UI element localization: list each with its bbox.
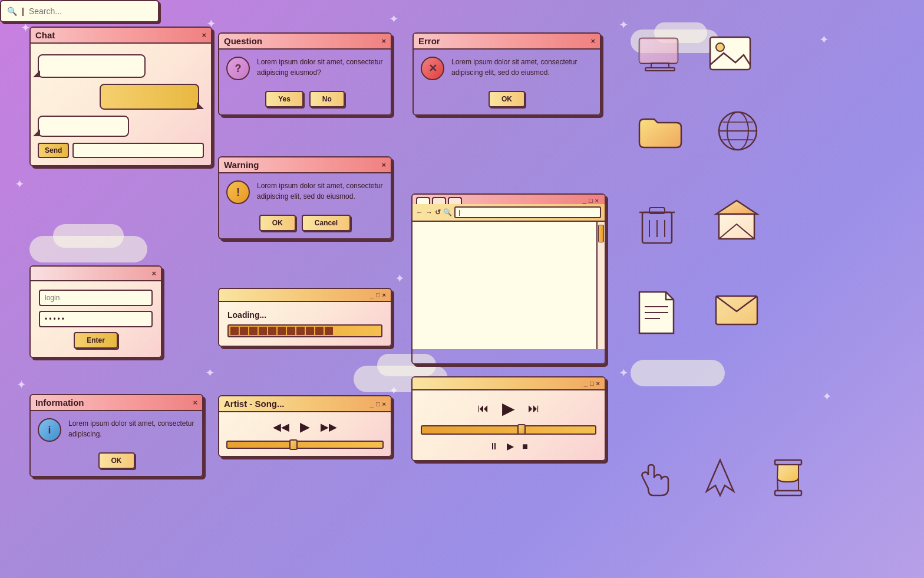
- stop-button[interactable]: ■: [522, 441, 528, 452]
- svg-point-5: [716, 43, 724, 51]
- info-body: i Lorem ipsum dolor sit amet, consectetu…: [31, 411, 202, 449]
- password-input[interactable]: [39, 311, 153, 327]
- music-small-controls: _ □ ×: [370, 400, 386, 408]
- pause-button[interactable]: ⏸: [489, 441, 499, 452]
- play-button-large-2[interactable]: ▶: [507, 441, 514, 452]
- info-close-btn[interactable]: ×: [193, 398, 197, 407]
- warning-close-btn[interactable]: ×: [381, 160, 386, 169]
- music-large-body: ⏮ ▶ ⏭ ⏸ ▶ ■: [412, 390, 605, 460]
- svg-rect-1: [639, 38, 678, 63]
- cloud-2: [53, 224, 124, 248]
- loading-controls: _ □ ×: [370, 291, 386, 298]
- loading-close-btn[interactable]: ×: [382, 291, 386, 298]
- trash-icon[interactable]: [636, 201, 678, 248]
- scroll-thumb[interactable]: [598, 225, 604, 242]
- hourglass-icon-container: [772, 457, 804, 501]
- browser-tab-3[interactable]: [448, 197, 462, 204]
- no-button[interactable]: No: [309, 91, 345, 107]
- prev-button[interactable]: ⏮: [477, 402, 489, 415]
- warning-buttons: OK Cancel: [219, 211, 391, 238]
- loading-titlebar: _ □ ×: [219, 289, 391, 302]
- sparkle-9: ✦: [619, 366, 629, 380]
- next-button[interactable]: ⏭: [528, 402, 540, 415]
- play-button-small[interactable]: ▶: [300, 419, 310, 435]
- music-large-controls: _ □ ×: [584, 380, 600, 387]
- question-buttons: Yes No: [219, 87, 391, 114]
- computer-icon[interactable]: [636, 35, 684, 77]
- hand-cursor-icon-container: [636, 459, 675, 503]
- svg-marker-17: [716, 201, 757, 214]
- browser-scrollbar[interactable]: [596, 222, 605, 349]
- login-input[interactable]: [39, 290, 153, 306]
- search-bar: 🔍 |: [0, 0, 159, 22]
- music-small-thumb[interactable]: [289, 439, 298, 450]
- arrow-cursor-icon-container: [704, 457, 737, 501]
- search-icon-browser: 🔍: [443, 208, 452, 216]
- music-small-slider[interactable]: [226, 441, 384, 449]
- question-title: Question: [224, 36, 262, 46]
- globe-icon[interactable]: [716, 109, 760, 153]
- play-button-large[interactable]: ▶: [502, 399, 515, 418]
- svg-rect-4: [710, 37, 750, 70]
- music-small-close[interactable]: ×: [382, 400, 386, 408]
- open-mail-icon[interactable]: [713, 198, 760, 242]
- forward-button[interactable]: →: [425, 208, 433, 216]
- question-window: Question × ? Lorem ipsum dolor sit amet,…: [218, 32, 392, 116]
- music-small-player-controls: ◀◀ ▶ ▶▶: [226, 419, 384, 435]
- music-large-close[interactable]: ×: [596, 380, 600, 387]
- loading-min-btn[interactable]: _: [370, 291, 374, 298]
- browser-close-btn[interactable]: ×: [595, 197, 599, 204]
- chat-close-btn[interactable]: ×: [202, 31, 206, 40]
- info-icon: i: [38, 418, 61, 442]
- info-title: Information: [35, 398, 84, 408]
- music-large-min[interactable]: _: [584, 380, 588, 387]
- sparkle-11: ✦: [822, 389, 832, 403]
- question-body: ? Lorem ipsum dolor sit amet, consectetu…: [219, 50, 391, 87]
- chat-bubble-3: [38, 116, 129, 137]
- send-button[interactable]: Send: [38, 143, 69, 158]
- sparkle-7: ✦: [395, 271, 405, 285]
- document-icon[interactable]: [636, 289, 676, 336]
- warning-cancel-button[interactable]: Cancel: [302, 215, 351, 231]
- yes-button[interactable]: Yes: [265, 91, 303, 107]
- info-window: Information × i Lorem ipsum dolor sit am…: [29, 394, 203, 477]
- login-close-btn[interactable]: ×: [151, 269, 156, 278]
- sparkle-5: ✦: [819, 32, 829, 47]
- browser-tab-2[interactable]: [432, 197, 446, 204]
- error-close-btn[interactable]: ×: [590, 37, 595, 45]
- login-body: Enter: [31, 281, 161, 357]
- rewind-button[interactable]: ◀◀: [273, 421, 289, 434]
- chat-input-row: Send: [38, 143, 204, 158]
- chat-input[interactable]: [72, 143, 204, 158]
- search-input[interactable]: [29, 6, 152, 16]
- error-ok-button[interactable]: OK: [489, 91, 525, 107]
- browser-tab-1[interactable]: [416, 197, 430, 204]
- browser-min-btn[interactable]: _: [583, 197, 586, 204]
- cursor-line: |: [22, 6, 24, 16]
- browser-address-input[interactable]: [454, 206, 601, 218]
- sparkle-10: ✦: [16, 377, 27, 392]
- error-title: Error: [418, 36, 440, 46]
- reload-button[interactable]: ↺: [435, 208, 441, 216]
- enter-button[interactable]: Enter: [74, 332, 118, 349]
- browser-max-btn[interactable]: □: [589, 197, 593, 204]
- folder-icon-container: [636, 112, 684, 153]
- warning-ok-button[interactable]: OK: [259, 215, 296, 231]
- info-ok-button[interactable]: OK: [98, 452, 135, 469]
- image-icon[interactable]: [707, 34, 754, 75]
- music-large-max[interactable]: □: [590, 380, 594, 387]
- music-small-max[interactable]: □: [376, 400, 380, 408]
- forward-button-small[interactable]: ▶▶: [321, 421, 337, 434]
- loading-max-btn[interactable]: □: [376, 291, 380, 298]
- music-large-thumb[interactable]: [517, 424, 526, 435]
- music-large-slider[interactable]: [421, 425, 596, 435]
- music-large-bottom-controls: ⏸ ▶ ■: [421, 441, 596, 452]
- back-button[interactable]: ←: [416, 208, 423, 216]
- folder-icon[interactable]: [636, 112, 684, 150]
- error-titlebar: Error ×: [414, 34, 600, 50]
- closed-mail-icon[interactable]: [713, 289, 760, 327]
- question-close-btn[interactable]: ×: [381, 37, 386, 45]
- warning-icon: !: [226, 180, 250, 204]
- browser-content: [412, 222, 605, 349]
- music-small-min[interactable]: _: [370, 400, 374, 408]
